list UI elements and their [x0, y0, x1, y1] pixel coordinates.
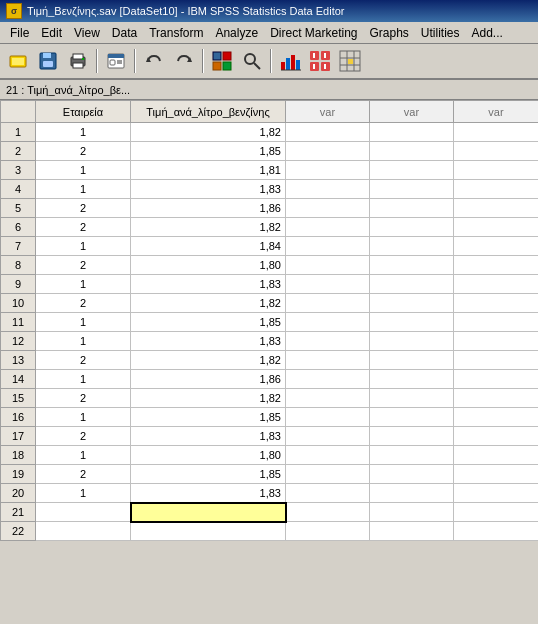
cell-var[interactable]: [454, 370, 539, 389]
cell-etaireia[interactable]: 1: [36, 370, 131, 389]
cell-timi[interactable]: 1,81: [131, 161, 286, 180]
col-header-var1[interactable]: var: [286, 101, 370, 123]
cell-etaireia[interactable]: 2: [36, 256, 131, 275]
cell-var[interactable]: [286, 313, 370, 332]
cell-timi[interactable]: 1,80: [131, 256, 286, 275]
menu-add[interactable]: Add...: [466, 24, 509, 42]
search-button[interactable]: [238, 47, 266, 75]
cell-var[interactable]: [286, 256, 370, 275]
cell-var[interactable]: [370, 446, 454, 465]
menu-utilities[interactable]: Utilities: [415, 24, 466, 42]
menu-data[interactable]: Data: [106, 24, 143, 42]
cell-var[interactable]: [286, 522, 370, 541]
cell-var[interactable]: [454, 275, 539, 294]
cell-var[interactable]: [286, 161, 370, 180]
cell-timi[interactable]: 1,85: [131, 408, 286, 427]
cell-var[interactable]: [370, 294, 454, 313]
cell-timi[interactable]: 1,86: [131, 199, 286, 218]
cell-etaireia[interactable]: 1: [36, 332, 131, 351]
cell-var[interactable]: [286, 389, 370, 408]
cell-etaireia[interactable]: 1: [36, 161, 131, 180]
cell-etaireia[interactable]: 2: [36, 199, 131, 218]
cell-var[interactable]: [370, 408, 454, 427]
cell-timi[interactable]: 1,83: [131, 180, 286, 199]
cell-etaireia[interactable]: 1: [36, 446, 131, 465]
cell-var[interactable]: [454, 218, 539, 237]
cell-var[interactable]: [370, 275, 454, 294]
cell-var[interactable]: [454, 522, 539, 541]
goto-button[interactable]: [208, 47, 236, 75]
chart-button[interactable]: [276, 47, 304, 75]
cell-var[interactable]: [454, 123, 539, 142]
cell-var[interactable]: [286, 351, 370, 370]
cell-etaireia[interactable]: [36, 522, 131, 541]
col-header-var2[interactable]: var: [370, 101, 454, 123]
cell-etaireia[interactable]: 1: [36, 484, 131, 503]
cell-timi[interactable]: 1,83: [131, 275, 286, 294]
cell-etaireia[interactable]: 2: [36, 427, 131, 446]
cell-timi[interactable]: 1,85: [131, 465, 286, 484]
cell-etaireia[interactable]: [36, 503, 131, 522]
cell-var[interactable]: [286, 408, 370, 427]
cell-var[interactable]: [286, 275, 370, 294]
cell-var[interactable]: [454, 256, 539, 275]
cell-var[interactable]: [454, 484, 539, 503]
cell-var[interactable]: [370, 218, 454, 237]
cell-etaireia[interactable]: 2: [36, 218, 131, 237]
print-button[interactable]: [64, 47, 92, 75]
cell-var[interactable]: [454, 465, 539, 484]
cell-var[interactable]: [286, 503, 370, 522]
spss-button[interactable]: [306, 47, 334, 75]
cell-var[interactable]: [370, 427, 454, 446]
cell-etaireia[interactable]: 1: [36, 180, 131, 199]
menu-file[interactable]: File: [4, 24, 35, 42]
cell-var[interactable]: [286, 199, 370, 218]
cell-var[interactable]: [370, 256, 454, 275]
cell-var[interactable]: [370, 522, 454, 541]
cell-var[interactable]: [286, 332, 370, 351]
cell-var[interactable]: [286, 123, 370, 142]
col-header-etaireia[interactable]: Εταιρεία: [36, 101, 131, 123]
cell-var[interactable]: [454, 142, 539, 161]
cell-timi[interactable]: 1,82: [131, 218, 286, 237]
cell-var[interactable]: [370, 370, 454, 389]
cell-var[interactable]: [370, 123, 454, 142]
cell-etaireia[interactable]: 1: [36, 123, 131, 142]
cell-etaireia[interactable]: 2: [36, 465, 131, 484]
col-header-var3[interactable]: var: [454, 101, 539, 123]
menu-analyze[interactable]: Analyze: [209, 24, 264, 42]
menu-direct-marketing[interactable]: Direct Marketing: [264, 24, 363, 42]
undo-button[interactable]: [140, 47, 168, 75]
menu-transform[interactable]: Transform: [143, 24, 209, 42]
cell-var[interactable]: [286, 427, 370, 446]
cell-timi[interactable]: 1,83: [131, 427, 286, 446]
cell-var[interactable]: [286, 294, 370, 313]
cell-etaireia[interactable]: 1: [36, 408, 131, 427]
cell-etaireia[interactable]: 2: [36, 389, 131, 408]
cell-var[interactable]: [370, 465, 454, 484]
cell-var[interactable]: [454, 199, 539, 218]
cell-timi[interactable]: 1,82: [131, 389, 286, 408]
cell-var[interactable]: [370, 161, 454, 180]
cell-var[interactable]: [286, 370, 370, 389]
cell-timi[interactable]: 1,84: [131, 237, 286, 256]
cell-var[interactable]: [286, 465, 370, 484]
cell-etaireia[interactable]: 1: [36, 275, 131, 294]
cell-etaireia[interactable]: 1: [36, 313, 131, 332]
cell-etaireia[interactable]: 2: [36, 142, 131, 161]
cell-var[interactable]: [370, 484, 454, 503]
cell-timi[interactable]: 1,83: [131, 484, 286, 503]
cell-var[interactable]: [286, 446, 370, 465]
cell-var[interactable]: [286, 237, 370, 256]
menu-view[interactable]: View: [68, 24, 106, 42]
cell-var[interactable]: [370, 332, 454, 351]
cell-timi[interactable]: 1,82: [131, 351, 286, 370]
cell-var[interactable]: [370, 389, 454, 408]
cell-var[interactable]: [454, 294, 539, 313]
cell-timi[interactable]: 1,82: [131, 294, 286, 313]
cell-var[interactable]: [454, 351, 539, 370]
cell-var[interactable]: [370, 180, 454, 199]
cell-timi[interactable]: 1,80: [131, 446, 286, 465]
redo-button[interactable]: [170, 47, 198, 75]
cell-etaireia[interactable]: 1: [36, 237, 131, 256]
